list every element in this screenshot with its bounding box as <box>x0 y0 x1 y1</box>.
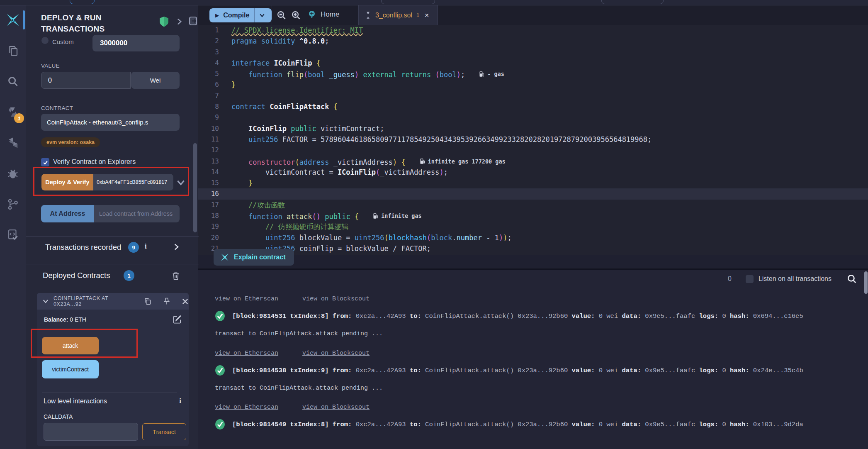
line-content: } <box>231 79 236 90</box>
zoom-out-icon[interactable] <box>277 10 287 20</box>
explain-contract-button[interactable]: Explain contract <box>214 249 294 266</box>
low-level-interactions-label: Low level interactions <box>44 398 107 405</box>
line-number: 15 <box>198 178 231 188</box>
explorer-links: view on Etherscanview on Blockscout <box>215 295 370 303</box>
close-tab-icon[interactable]: ✕ <box>424 12 429 19</box>
contract-card-header[interactable]: COINFLIPATTACK AT 0X23A...92 <box>37 293 189 310</box>
annotation-box-attack <box>31 329 138 358</box>
gas-limit-input[interactable]: 3000000 <box>92 35 180 51</box>
custom-gas-radio[interactable] <box>41 37 49 44</box>
info-icon[interactable]: i <box>179 397 181 405</box>
transaction-row[interactable]: [block:9814531 txIndex:8] from: 0xc2a...… <box>215 310 803 322</box>
sidebar-item-git[interactable] <box>5 196 21 212</box>
code-line: 12 <box>198 145 868 156</box>
deploy-run-icon <box>7 137 19 149</box>
balance-value: 0 ETH <box>68 316 86 323</box>
copy-icon[interactable] <box>143 297 152 305</box>
contract-select[interactable]: CoinFlipAttack - ethenaut/3_conflip.s <box>41 114 180 131</box>
code-line: 3 <box>198 47 868 58</box>
sidebar-item-contract-verification[interactable] <box>5 227 21 243</box>
transaction-summary: [block:9814538 txIndex:9] from: 0xc2a...… <box>232 367 803 374</box>
pin-icon[interactable] <box>163 297 171 305</box>
line-number: 18 <box>198 210 231 221</box>
line-content: interface ICoinFlip { <box>231 58 321 68</box>
value-input[interactable]: 0 <box>41 72 131 89</box>
explorer-link[interactable]: view on Blockscout <box>302 295 370 303</box>
close-icon[interactable] <box>182 298 189 305</box>
explorer-link[interactable]: view on Etherscan <box>215 350 278 357</box>
exit-panel-icon[interactable] <box>188 16 199 26</box>
divider <box>26 264 199 264</box>
calldata-input[interactable] <box>44 423 138 441</box>
line-content: constructor(address _victimAddress) {inf… <box>231 156 506 167</box>
editor-region: ▶ Compile Home 3_conflip.sol 1 ✕ <box>198 5 868 449</box>
divider <box>42 393 177 393</box>
value-label: VALUE <box>41 63 60 69</box>
editor-bottom-bar <box>198 255 868 269</box>
code-lines: 1// SPDX-license-Identifier: MIT2pragma … <box>198 25 868 254</box>
code-line: 14 victimContract = ICoinFlip(_victimAdd… <box>198 167 868 178</box>
sidebar-item-solidity-compiler[interactable]: 1 <box>5 104 21 120</box>
transactions-expand-chevron-icon[interactable] <box>172 243 180 251</box>
line-number: 11 <box>198 134 231 145</box>
value-unit-select[interactable]: Wei <box>131 72 180 89</box>
at-address-button[interactable]: At Address <box>41 205 94 222</box>
gas-estimate-chip: infinite gas 177200 gas <box>420 156 506 167</box>
victim-contract-button[interactable]: victimContract <box>42 360 99 378</box>
tab-file-active[interactable]: 3_conflip.sol 1 ✕ <box>358 5 438 25</box>
code-line: 2pragma solidity ^0.8.0; <box>198 36 868 46</box>
solidity-file-icon <box>365 11 372 20</box>
info-icon[interactable]: i <box>145 242 147 251</box>
listen-all-checkbox[interactable] <box>746 275 754 283</box>
transaction-row[interactable]: [block:9814549 txIndex:8] from: 0xc2a...… <box>215 419 803 430</box>
line-number: 10 <box>198 123 231 134</box>
code-line: 21 uint256 coinFlip = blockValue / FACTO… <box>198 243 868 254</box>
verify-checkbox[interactable] <box>41 158 49 166</box>
terminal-scrollbar[interactable] <box>864 271 868 294</box>
pin-panel-chevron-icon[interactable] <box>175 17 183 26</box>
compile-dropdown-chevron-icon[interactable] <box>259 12 265 19</box>
divider <box>272 5 272 25</box>
trash-icon[interactable] <box>171 271 180 281</box>
line-number: 1 <box>198 25 231 36</box>
collapse-chevron-icon[interactable] <box>42 298 49 305</box>
terminal-listen-count: 0 <box>728 275 732 283</box>
sidebar-item-deploy-and-run[interactable] <box>5 135 21 151</box>
terminal: 0 Listen on all transactions view on Eth… <box>198 269 868 449</box>
sidebar-item-search[interactable] <box>5 73 21 89</box>
sidebar-item-remix-ai[interactable]: AI <box>5 12 21 28</box>
code-editor[interactable]: 1// SPDX-license-Identifier: MIT2pragma … <box>198 25 868 269</box>
transaction-summary: [block:9814531 txIndex:8] from: 0xc2a...… <box>232 312 803 320</box>
explorer-link[interactable]: view on Blockscout <box>302 350 370 357</box>
transactions-count-badge: 9 <box>128 242 139 253</box>
line-content: pragma solidity ^0.8.0; <box>231 36 329 46</box>
compile-label: Compile <box>223 12 249 19</box>
evm-version-badge: evm version: osaka <box>41 137 100 147</box>
explorer-links: view on Etherscanview on Blockscout <box>215 350 370 357</box>
edit-balance-icon[interactable] <box>173 315 182 324</box>
line-number: 4 <box>198 58 231 68</box>
line-number: 20 <box>198 232 231 243</box>
file-tab-badge: 1 <box>416 12 419 18</box>
line-number: 5 <box>198 68 231 79</box>
transact-button[interactable]: Transact <box>142 423 186 440</box>
balance-label: Balance: <box>44 316 68 323</box>
zoom-in-icon[interactable] <box>291 10 301 20</box>
compile-button[interactable]: ▶ Compile <box>209 8 272 22</box>
line-number: 19 <box>198 221 231 232</box>
terminal-search-icon[interactable] <box>846 273 857 284</box>
sidebar-item-debugger[interactable] <box>5 166 21 181</box>
top-strip <box>0 0 868 5</box>
contract-verify-icon <box>7 229 19 241</box>
sidebar-item-file-explorer[interactable] <box>5 43 21 59</box>
explorer-link[interactable]: view on Etherscan <box>215 404 278 411</box>
code-line: 9 <box>198 112 868 123</box>
at-address-input[interactable]: Load contract from Address <box>94 205 180 222</box>
tab-home[interactable]: Home <box>307 10 339 20</box>
explorer-link[interactable]: view on Blockscout <box>302 404 370 411</box>
remix-ai-icon <box>220 253 229 262</box>
explorer-link[interactable]: view on Etherscan <box>215 295 278 303</box>
panel-scrollbar[interactable] <box>193 143 197 232</box>
transaction-row[interactable]: [block:9814538 txIndex:9] from: 0xc2a...… <box>215 365 803 376</box>
line-content: ICoinFlip public victimContract; <box>231 123 384 134</box>
